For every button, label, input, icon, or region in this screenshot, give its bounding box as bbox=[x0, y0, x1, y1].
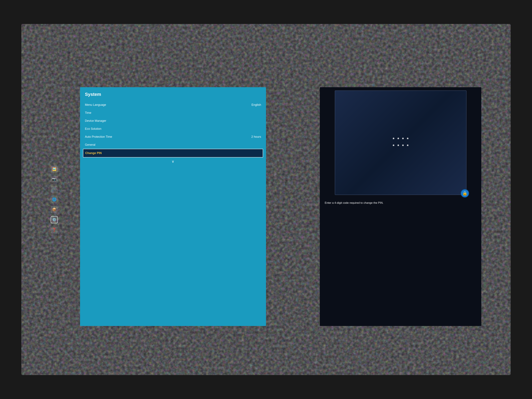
sidebar: 🖼️ 📷 🎵 🌐 📦 ⚙️ ❓ bbox=[51, 166, 58, 233]
sidebar-icon-globe[interactable]: 🌐 bbox=[51, 196, 58, 203]
sidebar-icon-apps[interactable]: 📦 bbox=[51, 206, 58, 213]
menu-title: System bbox=[85, 92, 261, 97]
pin-dot-6: * bbox=[397, 143, 399, 149]
lock-symbol: 🔒 bbox=[462, 191, 468, 196]
sidebar-icon-audio[interactable]: 🎵 bbox=[51, 186, 58, 193]
scroll-down-indicator: ∨ bbox=[85, 159, 261, 164]
pin-dot-3: * bbox=[402, 137, 404, 142]
menu-item-language[interactable]: Menu Language English bbox=[85, 101, 261, 109]
menu-item-eco-solution[interactable]: Eco Solution bbox=[85, 125, 261, 133]
pin-entry-panel: * * * * * * * * 🔒 Enter a 4-digit code r… bbox=[320, 87, 481, 326]
menu-item-auto-protection-label: Auto Protection Time bbox=[85, 135, 112, 139]
pin-dot-1: * bbox=[393, 137, 394, 142]
sidebar-icon-camera[interactable]: 📷 bbox=[51, 176, 58, 183]
pin-instruction: Enter a 4-digit code required to change … bbox=[323, 201, 478, 205]
pin-dot-4: * bbox=[407, 137, 409, 142]
menu-item-device-manager[interactable]: Device Manager bbox=[85, 117, 261, 125]
pin-row-1: * * * * bbox=[393, 137, 409, 142]
pin-row-2: * * * * bbox=[393, 143, 409, 149]
tv-screen: 🖼️ 📷 🎵 🌐 📦 ⚙️ ❓ System Menu Language Eng… bbox=[21, 24, 511, 375]
sidebar-icon-settings[interactable]: ⚙️ bbox=[51, 216, 58, 223]
menu-item-change-pin[interactable]: Change PIN bbox=[83, 149, 263, 158]
menu-item-general[interactable]: General bbox=[85, 141, 261, 149]
menu-item-time-label: Time bbox=[85, 111, 91, 114]
menu-item-language-label: Menu Language bbox=[85, 103, 106, 107]
pin-dot-5: * bbox=[393, 143, 394, 149]
menu-item-eco-solution-label: Eco Solution bbox=[85, 127, 101, 131]
pin-dot-7: * bbox=[402, 143, 404, 149]
menu-item-time[interactable]: Time bbox=[85, 109, 261, 117]
sidebar-icon-help[interactable]: ❓ bbox=[51, 226, 58, 233]
menu-item-change-pin-label: Change PIN bbox=[85, 152, 102, 155]
system-menu-panel: System Menu Language English Time Device… bbox=[80, 87, 266, 326]
pin-dot-8: * bbox=[407, 143, 409, 149]
menu-item-auto-protection[interactable]: Auto Protection Time 2 hours bbox=[85, 133, 261, 141]
lock-icon: 🔒 bbox=[461, 189, 469, 197]
sidebar-icon-photo[interactable]: 🖼️ bbox=[51, 166, 58, 173]
menu-item-general-label: General bbox=[85, 143, 95, 146]
menu-item-device-manager-label: Device Manager bbox=[85, 119, 106, 123]
menu-item-language-value: English bbox=[252, 103, 261, 107]
tv-preview-screen: * * * * * * * * 🔒 bbox=[335, 90, 467, 195]
menu-item-auto-protection-value: 2 hours bbox=[251, 135, 261, 139]
pin-dot-2: * bbox=[397, 137, 399, 142]
